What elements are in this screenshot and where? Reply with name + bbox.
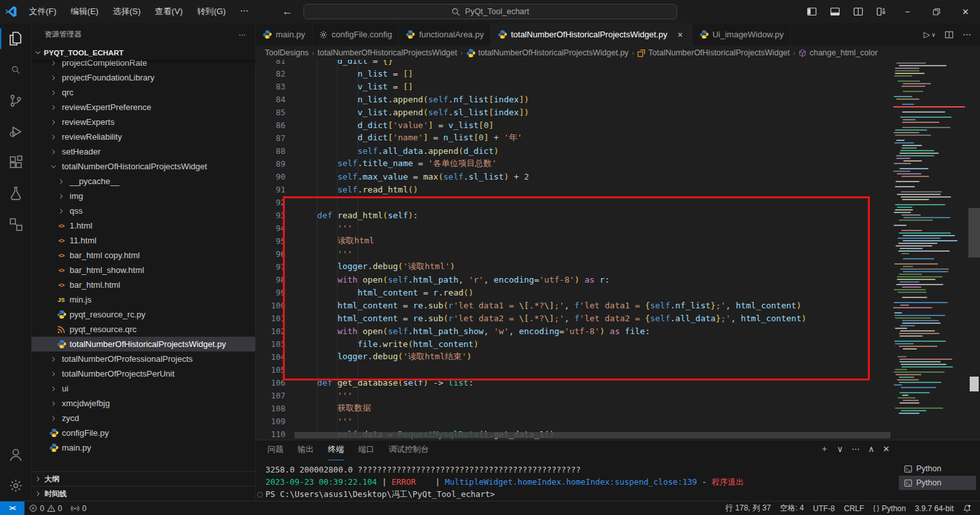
minimap[interactable] [891,60,967,440]
status-cursor-position[interactable]: 行 178, 列 37 [721,501,776,515]
layout-customize-icon[interactable] [870,0,893,23]
status-language-mode[interactable]: { }Python [869,501,910,515]
editor-tab[interactable]: functionalArea.py [399,23,490,46]
tree-item[interactable]: zycd [32,411,255,426]
code-line[interactable]: 91 self.read_html() [256,183,980,196]
tree-item[interactable]: <>bar_html.html [32,277,255,292]
activity-settings[interactable] [0,470,31,501]
code-line[interactable]: 86 d_dict['value'] = v_list[0] [256,118,980,131]
tree-item[interactable]: qrc [32,85,255,100]
menu-item[interactable]: 转到(G) [191,3,232,20]
horizontal-scrollbar[interactable] [294,432,890,438]
code-line[interactable]: 85 v_list.append(self.sl_list[index]) [256,106,980,118]
status-encoding[interactable]: UTF-8 [809,501,840,515]
close-icon[interactable]: ✕ [951,0,980,23]
action-split-editor[interactable] [945,30,954,39]
editor-tab[interactable]: totalNumberOfHistoricalProjectsWidget.py… [491,23,693,46]
breadcrumb-item[interactable]: totalNumberOfHistoricalProjectsWidget.py [466,48,628,58]
tree-item[interactable]: reviewReliability [32,129,255,144]
command-center-search[interactable]: PyQt_Tool_echart [303,4,677,19]
ports-status[interactable]: 0 [66,501,91,515]
tree-item[interactable]: pyqt_resource.qrc [32,322,255,337]
breadcrumb-item[interactable]: TotalNumberOfHistoricalProjectsWidget [637,48,790,57]
more-icon[interactable]: ⋯ [852,444,860,454]
code-line[interactable]: 82 n_list = [] [256,67,980,80]
section-timeline[interactable]: 时间线 [32,486,255,501]
tree-item[interactable]: reviewExpertPreference [32,100,255,115]
panel-tab-调试控制台[interactable]: 调试控制台 [389,440,429,460]
layout-sidebar-right-icon[interactable] [847,0,870,23]
menu-item[interactable]: ⋯ [234,3,254,20]
code-line[interactable]: 87 d_dict['name'] = n_list[0] + '年' [256,131,980,144]
code-line[interactable]: 108 获取数据 [256,402,980,415]
panel-tab-问题[interactable]: 问题 [267,440,283,460]
problems-status[interactable]: 0 0 [24,501,66,515]
tree-item[interactable]: reviewExperts [32,115,255,129]
explorer-more-icon[interactable]: ⋯ [239,30,247,39]
new-terminal-icon[interactable]: ＋ [820,443,829,454]
code-line[interactable]: 107 ''' [256,389,980,402]
tree-item[interactable]: setHeader [32,144,255,159]
tree-item[interactable]: img [32,189,255,203]
tree-item[interactable]: <>bar_html_show.html [32,263,255,277]
tab-close-icon[interactable]: × [675,30,686,40]
tree-item[interactable]: configFile.py [32,426,255,440]
code-line[interactable]: 109 ''' [256,415,980,427]
action-run[interactable]: ▷∨ [923,30,936,39]
editor-tab[interactable]: Ui_imageWidow.py [693,23,791,46]
breadcrumb-item[interactable]: change_html_color [798,48,878,57]
tree-item[interactable]: main.py [32,440,255,455]
activity-run-debug[interactable] [0,116,31,147]
tree-item[interactable]: pyqt_resource_rc.py [32,307,255,322]
menu-item[interactable]: 编辑(E) [65,3,104,20]
maximize-icon[interactable]: ∧ [869,444,875,454]
action-more-actions[interactable]: ⋯ [963,30,971,39]
tree-item[interactable]: ui [32,381,255,396]
scrollbar-handle[interactable] [968,208,980,258]
tree-item[interactable]: totalNumberOfHistoricalProjectsWidget.py [32,337,255,351]
code-line[interactable]: 88 self.all_data.append(d_dict) [256,144,980,157]
tree-item[interactable]: __pycache__ [32,174,255,189]
activity-source-control[interactable] [0,85,31,116]
breadcrumb-item[interactable]: ToolDesigns [265,48,309,57]
panel-tab-端口[interactable]: 端口 [358,440,374,460]
menu-item[interactable]: 文件(F) [23,3,62,20]
activity-explorer[interactable] [0,23,31,54]
tree-item[interactable]: qss [32,203,255,218]
back-arrow-icon[interactable]: ← [282,6,293,17]
activity-extensions[interactable] [0,147,31,178]
activity-references[interactable] [0,209,31,239]
remote-indicator[interactable]: >< [0,501,24,515]
status-python-interpreter[interactable]: 3.9.7 64-bit [910,501,958,515]
tree-item[interactable]: xmcjdwjefbjg [32,396,255,411]
activity-testing[interactable] [0,178,31,209]
tree-item[interactable]: JSmin.js [32,292,255,307]
minimize-icon[interactable]: − [893,0,922,23]
tree-item[interactable]: totalNumberOfHistoricalProjectsWidget [32,159,255,174]
status-notifications[interactable] [958,501,976,515]
dropdown-icon[interactable]: ∨ [837,444,843,454]
tree-item[interactable]: totalNumberOfProjectsPerUnit [32,366,255,381]
tree-item[interactable]: projectCompletionRate [32,60,255,70]
status-eol[interactable]: CRLF [840,501,869,515]
close-icon[interactable]: ✕ [883,444,890,454]
vertical-scrollbar[interactable] [968,60,980,440]
tree-item[interactable]: projectFoundationLibrary [32,70,255,85]
panel-tab-终端[interactable]: 终端 [328,440,344,460]
terminal-instance[interactable]: Python [899,476,976,490]
tree-item[interactable]: <>11.html [32,233,255,248]
tree-item[interactable]: <>1.html [32,218,255,233]
tree-item[interactable]: <>bar_html copy.html [32,248,255,263]
section-outline[interactable]: 大纲 [32,471,255,486]
code-line[interactable]: 83 v_list = [] [256,80,980,93]
activity-account[interactable] [0,439,31,470]
terminal-instance[interactable]: Python [899,462,976,476]
code-line[interactable]: 90 self.max_value = max(self.sl_list) + … [256,170,980,183]
status-indentation[interactable]: 空格: 4 [775,501,808,515]
code-line[interactable]: 89 self.title_name = '各单位项目总数' [256,157,980,170]
editor-tab[interactable]: main.py [256,23,312,46]
menu-item[interactable]: 选择(S) [107,3,146,20]
layout-sidebar-left-icon[interactable] [800,0,823,23]
panel-tab-输出[interactable]: 输出 [298,440,314,460]
editor-tab[interactable]: configFile.config [312,23,399,46]
